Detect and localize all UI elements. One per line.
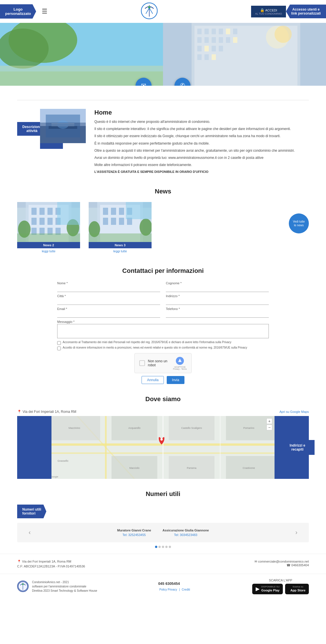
footer-cf: C.F: ABCDEF12A12B123A - P.IVA 0149714053… xyxy=(17,565,85,568)
map-zoom-out[interactable]: − xyxy=(267,425,272,430)
footer-email: ✉ commerciale@condominioamico.net xyxy=(255,560,309,563)
vedi-tutte-button[interactable]: Vedi tutte le news xyxy=(289,213,309,233)
nome-input[interactable] xyxy=(57,285,160,292)
about-p8: L'ASSISTENZA È GRATUITA E SEMPRE DISPONI… xyxy=(94,169,309,175)
messaggio-input[interactable] xyxy=(57,324,269,338)
cognome-input[interactable] xyxy=(166,285,269,292)
about-section: Descrizione attività Home Questo è il si… xyxy=(0,106,326,179)
map-svg: Mazzinino Acquarello Castello Scaligero … xyxy=(51,416,275,479)
svg-rect-31 xyxy=(40,109,86,143)
dot-3[interactable] xyxy=(162,546,164,548)
svg-point-100 xyxy=(22,583,23,585)
numeri-tag-label: Numeri utili fornitori xyxy=(22,507,41,515)
cognome-label: Cognome * xyxy=(166,281,269,285)
google-play-badge[interactable]: ▶ DISPONIBILE SU Google Play xyxy=(252,584,283,594)
svg-rect-14 xyxy=(226,29,230,34)
svg-text:Macciolo: Macciolo xyxy=(129,467,140,469)
lock-icon: 🔒 xyxy=(260,8,265,12)
footer-logo-svg xyxy=(18,581,28,591)
map-address-text: Via dei Fori Imperiali 1A, Roma RM xyxy=(23,410,76,414)
footer-addr-text: Via dei Fori Imperiali 1A, Roma RM xyxy=(22,560,71,563)
telefono-label: Telefono * xyxy=(166,307,269,311)
dot-5[interactable] xyxy=(169,546,171,548)
svg-rect-32 xyxy=(40,126,86,143)
svg-rect-34 xyxy=(49,126,77,129)
checkbox-1[interactable] xyxy=(57,341,61,345)
annulla-button[interactable]: Annulla xyxy=(142,376,164,384)
center-logo xyxy=(47,2,251,21)
form-row-2: Città * Indirizzo * xyxy=(57,294,269,305)
phone-button[interactable]: ✆ xyxy=(174,78,190,86)
about-image-wrapper: Descrizione attività xyxy=(17,109,86,149)
svg-rect-63 xyxy=(111,208,116,215)
app-store-badge[interactable]: Scarica su App Store xyxy=(285,584,309,594)
map-zoom-in[interactable]: + xyxy=(267,418,272,424)
map-area[interactable]: Mazzinino Acquarello Castello Scaligero … xyxy=(51,416,275,479)
map-container: Mazzinino Acquarello Castello Scaligero … xyxy=(17,416,309,479)
svg-rect-33 xyxy=(46,115,80,137)
svg-text:Mazzinino: Mazzinino xyxy=(69,427,80,429)
svg-rect-18 xyxy=(212,37,216,43)
svg-rect-12 xyxy=(212,29,216,34)
svg-rect-28 xyxy=(212,54,216,60)
logo-label: Logo personalizzato xyxy=(5,7,31,16)
invia-button[interactable]: Invia xyxy=(167,376,184,384)
hero-left-image xyxy=(0,23,163,86)
email-label: Email * xyxy=(57,307,160,311)
hero-right-image xyxy=(163,23,326,86)
dot-4[interactable] xyxy=(165,546,168,548)
svg-rect-66 xyxy=(103,218,108,225)
citta-label: Città * xyxy=(57,294,160,298)
indirizzo-input[interactable] xyxy=(166,298,269,305)
scarica-section: SCARICA L'APP ▶ DISPONIBILE SU Google Pl… xyxy=(252,579,309,594)
svg-rect-23 xyxy=(204,46,209,51)
svg-rect-43 xyxy=(39,208,45,215)
descrizione-label: Descrizione attività xyxy=(22,125,41,133)
footer-links: Policy Privacy | Crediti xyxy=(158,588,191,591)
news-link-3[interactable]: leggi tutte xyxy=(89,249,152,253)
dot-2[interactable] xyxy=(158,546,161,548)
footer-phone-number: 045 6305454 xyxy=(158,581,191,586)
carousel-next[interactable]: › xyxy=(295,529,297,536)
about-p7: Molte altre informazioni ti potranno ess… xyxy=(94,162,309,168)
news-link-2[interactable]: leggi tutte xyxy=(17,249,80,253)
numero-item-1: Muratore Gianni Crane Tel: 3252453455 xyxy=(117,529,151,537)
numero-item-2: Assicurazione Giulia Giannone Tel: 30345… xyxy=(162,529,209,537)
google-maps-link[interactable]: Apri su Google Maps xyxy=(279,410,309,413)
svg-rect-64 xyxy=(119,208,124,215)
app-badges: ▶ DISPONIBILE SU Google Play Scarica su … xyxy=(252,584,309,594)
svg-point-97 xyxy=(160,438,163,441)
nome-label: Nome * xyxy=(57,281,160,285)
policy-link[interactable]: Policy Privacy xyxy=(159,588,177,591)
recaptcha-label: Non sono un robot xyxy=(148,359,170,367)
recaptcha-box: Non sono un robot reCAPTCHAPrivacy - Ter… xyxy=(134,353,192,373)
svg-rect-22 xyxy=(197,46,202,51)
citta-input[interactable] xyxy=(57,298,160,305)
svg-rect-57 xyxy=(57,202,80,225)
carousel-prev[interactable]: ‹ xyxy=(29,529,31,536)
telefono-input[interactable] xyxy=(166,311,269,318)
accedi-button[interactable]: 🔒 ACCEDI AL TUO CONDOMINIO xyxy=(251,6,286,17)
google-play-icon: ▶ xyxy=(256,586,260,592)
email-input[interactable] xyxy=(57,311,160,318)
recaptcha-checkbox[interactable] xyxy=(139,360,145,366)
accesso-box: Accesso utenti e link personalizzati xyxy=(286,5,326,18)
dot-1[interactable] xyxy=(155,546,157,548)
map-address: 📍 Via dei Fori Imperiali 1A, Roma RM xyxy=(17,410,76,414)
credits-link[interactable]: Crediti xyxy=(182,588,190,591)
footer-phone: ☎ 0466305404 xyxy=(255,563,309,567)
hamburger-menu[interactable]: ☰ xyxy=(42,8,47,15)
checkbox-2[interactable] xyxy=(57,347,61,350)
footer-logo-area: CondominioAmico.net - 2021 software per … xyxy=(17,580,97,593)
footer-separator: | xyxy=(179,588,180,591)
map-header: 📍 Via dei Fori Imperiali 1A, Roma RM Apr… xyxy=(17,410,309,414)
email-button[interactable]: ✉ xyxy=(136,78,152,86)
footer-brand-text: CondominioAmico.net - 2021 software per … xyxy=(32,580,97,593)
form-row-4: Messaggio * xyxy=(57,320,269,338)
phone-icon: ✆ xyxy=(180,82,185,86)
brand-logo-icon xyxy=(141,2,158,19)
contact-section: Contattaci per informazioni Nome * Cogno… xyxy=(0,261,326,390)
messaggio-field: Messaggio * xyxy=(57,320,269,338)
svg-rect-37 xyxy=(51,125,74,126)
google-play-label: Google Play xyxy=(261,589,280,592)
